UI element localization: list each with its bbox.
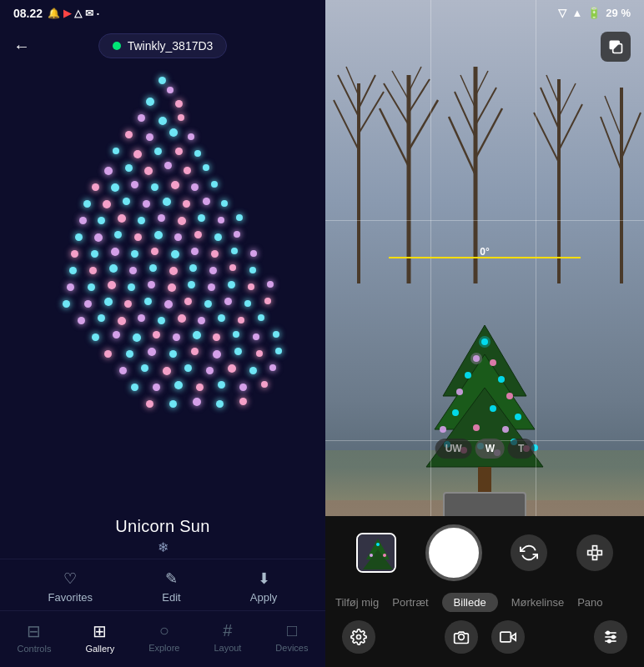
battery-icon: 🔋	[587, 7, 601, 19]
background-trees	[325, 17, 644, 283]
light-dot	[79, 217, 87, 224]
back-button[interactable]: ←	[13, 37, 30, 56]
device-badge[interactable]: Twinkly_3817D3	[98, 33, 228, 58]
flip-camera-button[interactable]	[511, 534, 547, 571]
light-dot	[228, 281, 235, 288]
svg-point-74	[606, 631, 609, 634]
light-dot	[154, 148, 162, 155]
svg-point-39	[515, 414, 521, 420]
light-dot	[125, 131, 133, 138]
mode-extra-button[interactable]	[576, 534, 613, 571]
light-dot	[83, 200, 91, 208]
zoom-w-button[interactable]: W	[475, 439, 505, 459]
mode-tilfoj[interactable]: Tilføj mig	[335, 593, 379, 612]
mode-pano[interactable]: Pano	[577, 593, 602, 612]
light-dot	[104, 167, 113, 175]
svg-point-68	[459, 634, 465, 640]
nav-devices[interactable]: □ Devices	[269, 618, 314, 657]
light-dot	[175, 148, 183, 155]
mode-billede[interactable]: Billede	[442, 593, 498, 612]
zoom-uw-button[interactable]: UW	[435, 439, 472, 459]
adjust-button[interactable]	[594, 620, 627, 654]
light-dot	[123, 198, 130, 205]
light-dot	[167, 87, 174, 93]
light-dot	[134, 233, 142, 241]
light-dot	[234, 231, 240, 238]
svg-point-47	[506, 393, 513, 399]
light-dot	[171, 181, 179, 189]
svg-line-28	[621, 113, 641, 158]
edit-button[interactable]: ✎ Edit	[162, 569, 180, 604]
camera-main-row	[325, 516, 644, 589]
light-dot	[128, 283, 135, 291]
light-dot	[111, 183, 119, 192]
light-dot	[175, 100, 183, 108]
light-dot	[169, 128, 178, 137]
device-name: Twinkly_3817D3	[128, 39, 214, 53]
video-capture-button[interactable]	[491, 620, 525, 654]
share-button[interactable]	[601, 32, 631, 62]
light-dot	[211, 250, 219, 258]
light-dot	[104, 350, 112, 358]
mail-icon: ✉	[85, 8, 93, 19]
svg-rect-65	[587, 551, 591, 555]
mode-morkelinse[interactable]: Mørkelinse	[511, 593, 565, 612]
svg-point-54	[479, 336, 491, 348]
light-dot	[118, 214, 126, 223]
light-dot	[171, 250, 179, 258]
light-dot	[196, 384, 204, 391]
light-dot	[169, 400, 177, 408]
light-dot	[154, 231, 163, 239]
last-photo-thumbnail[interactable]	[356, 533, 396, 573]
svg-line-24	[559, 83, 576, 117]
gallery-icon: ⊞	[93, 621, 107, 641]
level-line	[389, 257, 580, 258]
light-dot	[84, 300, 92, 308]
light-dot	[203, 198, 210, 205]
favorites-label: Favorites	[48, 591, 93, 604]
right-panel: ▽ ▲ 🔋 29 %	[325, 0, 644, 667]
svg-line-8	[409, 100, 438, 150]
light-dot	[98, 314, 105, 322]
shutter-button[interactable]	[425, 524, 482, 581]
light-dot	[249, 367, 257, 374]
light-dot	[158, 214, 165, 222]
light-dot	[67, 283, 74, 291]
light-dot	[188, 281, 195, 288]
nav-layout[interactable]: # Layout	[207, 618, 248, 657]
light-dot	[264, 298, 271, 304]
gallery-label: Gallery	[85, 644, 114, 654]
layout-label: Layout	[214, 643, 241, 653]
status-icons: 🔔 ▶ △ ✉ •	[48, 8, 99, 19]
light-dot	[198, 214, 205, 222]
controls-icon: ⊟	[27, 621, 41, 641]
light-dot	[211, 181, 218, 188]
youtube-icon: ▶	[63, 8, 71, 19]
svg-line-18	[460, 75, 475, 108]
dots-container	[46, 68, 279, 419]
light-dot	[153, 331, 160, 339]
apply-label: Apply	[250, 591, 278, 604]
camera-settings-button[interactable]	[342, 620, 375, 654]
favorites-button[interactable]: ♡ Favorites	[48, 569, 93, 604]
light-dot	[191, 348, 199, 355]
light-dot	[98, 217, 105, 224]
zoom-t-button[interactable]: T	[508, 439, 534, 459]
light-dot	[148, 348, 156, 356]
apply-button[interactable]: ⬇ Apply	[250, 569, 278, 604]
nav-gallery[interactable]: ⊞ Gallery	[78, 618, 121, 657]
main-tree	[418, 321, 551, 504]
light-dot	[174, 381, 183, 389]
svg-point-36	[498, 376, 505, 383]
nav-controls[interactable]: ⊟ Controls	[10, 618, 58, 657]
signal-icon: ▲	[571, 7, 582, 19]
photo-capture-button[interactable]	[445, 620, 478, 654]
svg-rect-70	[501, 632, 511, 642]
nav-explore[interactable]: ○ Explore	[142, 618, 186, 657]
light-dot	[253, 334, 259, 340]
svg-point-37	[452, 409, 459, 416]
light-dot	[89, 267, 97, 274]
light-dot	[178, 114, 184, 121]
light-dot	[148, 281, 155, 288]
mode-portrait[interactable]: Portræt	[392, 593, 428, 612]
